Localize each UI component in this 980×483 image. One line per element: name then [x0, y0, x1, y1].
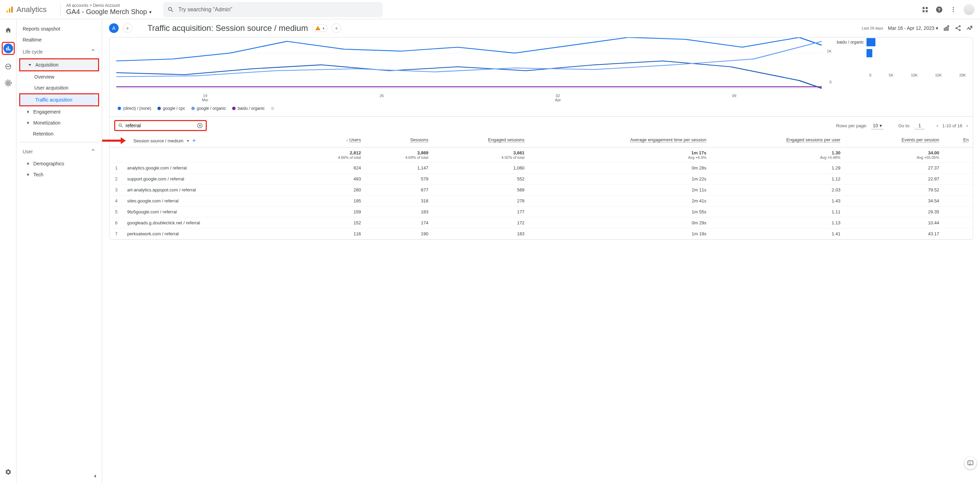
sidebar-engagement[interactable]: Engagement — [19, 106, 99, 117]
metric-header[interactable]: Engaged sessions per user — [711, 134, 845, 148]
customize-report-button[interactable]: + — [332, 23, 341, 33]
x-axis-tick: 19Mar — [202, 94, 208, 102]
clear-icon[interactable] — [197, 123, 203, 129]
rail-advertising[interactable] — [3, 78, 13, 88]
report-header: A + Traffic acquisition: Session source … — [102, 19, 980, 37]
property-name: GA4 - Google Merch Shop — [66, 8, 147, 16]
add-comparison-button[interactable]: + — [123, 23, 132, 33]
x-axis-tick: 02Apr — [555, 94, 561, 102]
bar-fill — [867, 38, 875, 46]
sidebar-overview[interactable]: Overview — [19, 71, 99, 82]
rail-explore[interactable] — [3, 62, 13, 71]
table-row[interactable]: 59to5google.com / referral1591831771m 55… — [110, 207, 973, 217]
sidebar-reports-snapshot[interactable]: Reports snapshot — [19, 23, 99, 34]
table-row[interactable]: 3art-analytics.appspot.com / referral280… — [110, 185, 973, 196]
svg-point-16 — [7, 82, 9, 84]
dimension-header[interactable]: Session source / medium ▼ + — [110, 134, 298, 148]
totals-row: 2,8124.66% of total3,9894.69% of total3,… — [110, 148, 973, 163]
product-name: Analytics — [16, 5, 47, 14]
edit-report-icon[interactable] — [943, 25, 950, 32]
expand-triangle-icon — [29, 64, 31, 66]
more-vert-icon[interactable] — [950, 6, 957, 13]
help-icon[interactable]: ? — [935, 6, 943, 13]
global-search[interactable] — [163, 2, 383, 17]
chevron-down-icon: ▾ — [323, 26, 325, 30]
svg-point-25 — [968, 27, 969, 29]
sidebar-user-section[interactable]: User ⌃ — [19, 145, 99, 158]
table-row[interactable]: 4sites.google.com / referral1953182782m … — [110, 196, 973, 207]
metric-header[interactable]: En — [943, 134, 973, 148]
comparison-badge[interactable]: A — [109, 23, 119, 33]
highlight-box — [2, 42, 15, 55]
x-axis-tick: 10K — [911, 73, 918, 77]
sidebar-retention[interactable]: Retention — [19, 128, 99, 139]
svg-text:?: ? — [938, 7, 940, 12]
sidebar-user-acquisition[interactable]: User acquisition — [19, 82, 99, 93]
rail-admin[interactable] — [3, 467, 13, 477]
breadcrumb: All accounts > Demo Account — [66, 3, 156, 8]
sidebar-monetization[interactable]: Monetization — [19, 117, 99, 128]
svg-point-10 — [953, 9, 954, 10]
rail-home[interactable] — [3, 26, 13, 35]
rail-reports[interactable] — [3, 43, 13, 53]
analytics-logo-icon — [5, 5, 14, 14]
feedback-button[interactable] — [964, 457, 977, 469]
metric-header[interactable]: Sessions — [365, 134, 433, 148]
table-search-input[interactable] — [126, 123, 195, 128]
collapse-triangle-icon — [27, 162, 29, 165]
date-range-picker[interactable]: Mar 16 - Apr 12, 2023 ▾ — [888, 26, 938, 31]
x-axis-tick: 5K — [889, 73, 893, 77]
legend-item[interactable]: baidu / organic — [232, 106, 265, 111]
collapse-sidebar-button[interactable] — [92, 473, 99, 480]
svg-point-23 — [956, 27, 958, 29]
rows-per-page-label: Rows per page: — [836, 123, 867, 128]
prev-page-button[interactable]: ‹ — [937, 123, 938, 128]
metric-header[interactable]: ↓ Users — [298, 134, 365, 148]
logo-group: Analytics — [5, 5, 60, 14]
svg-rect-14 — [9, 49, 10, 51]
account-selector[interactable]: All accounts > Demo Account GA4 - Google… — [60, 3, 156, 16]
chevron-down-icon: ▾ — [936, 26, 938, 31]
search-input[interactable] — [178, 6, 379, 13]
bar-chart: baidu / organic 05K10K15K20K — [822, 37, 966, 116]
annotation-arrow-icon — [102, 137, 126, 145]
data-quality-badge[interactable]: ▾ — [312, 24, 328, 32]
table-search[interactable] — [114, 120, 207, 131]
svg-rect-2 — [11, 6, 13, 13]
rows-per-page-select[interactable]: 10 ▾ — [871, 122, 883, 129]
chevron-up-icon: ⌃ — [91, 48, 95, 56]
apps-icon[interactable] — [922, 6, 929, 13]
y-axis-tick: 1K — [827, 49, 832, 53]
sidebar-lifecycle[interactable]: Life cycle ⌃ — [19, 45, 99, 58]
metric-header[interactable]: Events per session — [845, 134, 943, 148]
table-row[interactable]: 7perksatwork.com / referral1161901631m 1… — [110, 228, 973, 239]
metric-header[interactable]: Average engagement time per session — [529, 134, 711, 148]
sidebar-realtime[interactable]: Realtime — [19, 34, 99, 45]
sidebar-tech[interactable]: Tech — [19, 169, 99, 180]
share-icon[interactable] — [955, 25, 961, 32]
collapse-triangle-icon — [27, 173, 29, 176]
sidebar-acquisition[interactable]: Acquisition — [20, 59, 98, 70]
goto-input[interactable]: 1 — [915, 122, 925, 129]
svg-point-11 — [953, 11, 954, 12]
table-row[interactable]: 1analytics.google.com / referral8241,147… — [110, 163, 973, 174]
report-card: 1K 0 19Mar2602Apr09 (direct) / (none)goo… — [109, 37, 973, 240]
add-dimension-button[interactable]: + — [192, 137, 196, 144]
legend-item[interactable]: (direct) / (none) — [118, 106, 151, 111]
svg-rect-4 — [926, 7, 928, 9]
insights-icon[interactable] — [966, 25, 973, 32]
svg-point-26 — [970, 29, 971, 30]
table-row[interactable]: 2support.google.com / referral4935795521… — [110, 174, 973, 185]
user-avatar[interactable] — [964, 4, 975, 15]
sidebar-demographics[interactable]: Demographics — [19, 158, 99, 169]
legend-item[interactable]: google / organic — [191, 106, 226, 111]
table-row[interactable]: 6googleads.g.doubleclick.net / referral1… — [110, 217, 973, 228]
legend-more-icon[interactable] — [271, 107, 274, 110]
next-page-button[interactable]: › — [966, 123, 968, 128]
svg-point-17 — [6, 81, 10, 85]
line-chart: 1K 0 19Mar2602Apr09 (direct) / (none)goo… — [116, 37, 822, 116]
metric-header[interactable]: Engaged sessions — [433, 134, 528, 148]
sidebar-traffic-acquisition[interactable]: Traffic acquisition — [20, 94, 98, 105]
svg-point-9 — [953, 7, 954, 8]
legend-item[interactable]: google / cpc — [158, 106, 185, 111]
